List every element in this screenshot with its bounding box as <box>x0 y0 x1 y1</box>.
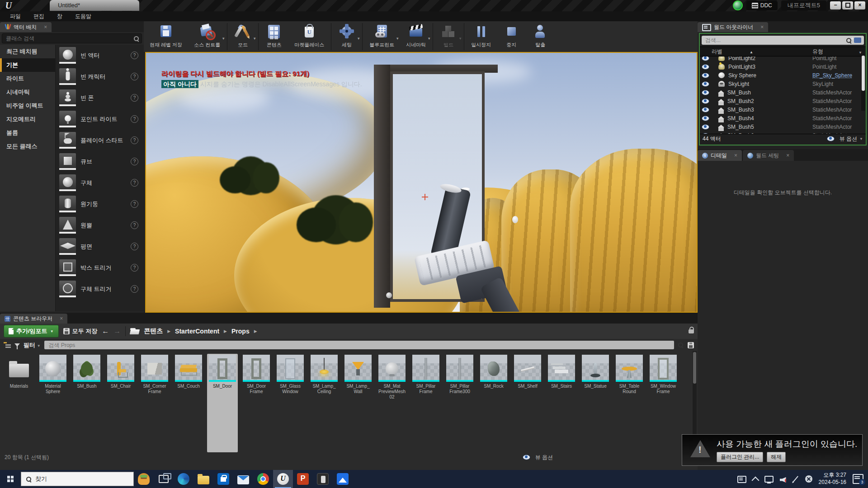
asset-tile[interactable]: SM_Statue <box>580 354 611 452</box>
menu-item-0[interactable]: 파일 <box>5 12 26 21</box>
asset-tile[interactable]: SM_Corner Frame <box>139 354 170 452</box>
help-icon[interactable]: ? <box>131 52 138 59</box>
outliner-row[interactable]: SM_Bush2StaticMeshActor <box>700 97 866 105</box>
placeable-actor-row[interactable]: 플레이어 스타트? <box>56 130 144 151</box>
visibility-eye-icon[interactable] <box>702 124 709 130</box>
taskbar-app-store[interactable] <box>213 470 233 488</box>
visibility-eye-icon[interactable] <box>702 116 709 121</box>
cb-view-options[interactable]: 뷰 옵션 <box>521 454 553 461</box>
help-icon[interactable]: ? <box>131 94 138 102</box>
settings-button[interactable]: ▼세팅 <box>332 21 361 52</box>
menu-item-3[interactable]: 도움말 <box>70 12 97 21</box>
tray-cross-circle-icon[interactable] <box>805 475 812 483</box>
visibility-eye-icon[interactable] <box>702 90 709 95</box>
content-button[interactable]: 콘텐츠 <box>259 21 288 52</box>
suppress-link[interactable]: 아직 아니다 <box>161 80 198 88</box>
restore-button[interactable] <box>842 1 853 9</box>
dropdown-arrow-icon[interactable]: ▼ <box>458 37 462 41</box>
actor-category-라이트[interactable]: 라이트 <box>0 72 55 85</box>
placeable-actor-row[interactable]: 구체? <box>56 172 144 193</box>
placeable-actor-row[interactable]: 큐브? <box>56 151 144 172</box>
help-icon[interactable]: ? <box>131 179 138 187</box>
dropdown-arrow-icon[interactable]: ▼ <box>357 37 360 41</box>
asset-tile[interactable]: SM_Mat PreviewMesh 02 <box>377 354 407 452</box>
breadcrumb-item-2[interactable]: Props <box>231 328 250 335</box>
dropdown-arrow-icon[interactable]: ▼ <box>253 37 256 41</box>
cinematics-button[interactable]: ▼시네마틱 <box>400 21 432 52</box>
help-icon[interactable]: ? <box>131 158 138 165</box>
outliner-row[interactable]: SM_Bush5StaticMeshActor <box>700 122 866 131</box>
breadcrumb-item-1[interactable]: StarterContent <box>175 328 219 335</box>
placeable-actor-row[interactable]: 포인트 라이트? <box>56 108 144 130</box>
tab-place-actors[interactable]: 액터 배치 × <box>0 22 52 32</box>
asset-tile[interactable]: SM_Glass Window <box>275 354 306 452</box>
outliner-actor-type[interactable]: BP_Sky_Sphere <box>812 72 866 79</box>
visibility-eye-icon[interactable] <box>702 99 709 104</box>
asset-tile[interactable]: SM_Shelf <box>512 354 543 452</box>
level-tab[interactable]: Untitled* <box>50 0 139 11</box>
lock-icon[interactable] <box>689 329 694 333</box>
build-button[interactable]: ▼빌드 <box>434 21 463 52</box>
outliner-row[interactable]: PointLight2PointLight <box>700 56 866 62</box>
class-search-input[interactable] <box>5 35 133 42</box>
taskbar-app-photos[interactable] <box>333 470 353 488</box>
close-button[interactable]: × <box>854 1 865 9</box>
actor-category-볼륨[interactable]: 볼륨 <box>0 126 55 140</box>
taskbar-app-edge[interactable] <box>174 470 193 488</box>
placeable-actor-row[interactable]: 빈 폰? <box>56 87 144 108</box>
tray-chevron-up-icon[interactable] <box>751 476 759 484</box>
visibility-eye-icon[interactable] <box>702 133 709 134</box>
filter-button[interactable]: 필터 ▼ <box>24 341 41 349</box>
eject-button[interactable]: 탈출 <box>526 21 555 52</box>
help-icon[interactable]: ? <box>131 221 138 229</box>
minimize-button[interactable]: − <box>830 1 841 9</box>
asset-tile[interactable]: SM_Lamp_ Ceiling <box>309 354 340 452</box>
menu-item-1[interactable]: 편집 <box>28 12 50 21</box>
taskbar-search[interactable]: 찾기 <box>21 472 134 486</box>
asset-tile[interactable]: SM_Bush <box>71 354 102 452</box>
dropdown-arrow-icon[interactable]: ▼ <box>427 37 431 41</box>
placeable-actor-row[interactable]: 평면? <box>56 236 144 257</box>
outliner-row[interactable]: Sky SphereBP_Sky_Sphere <box>700 71 866 80</box>
close-tab-icon[interactable]: × <box>734 152 737 159</box>
dropdown-arrow-icon[interactable]: ▼ <box>396 37 399 41</box>
close-tab-icon[interactable]: × <box>44 24 47 30</box>
help-icon[interactable]: ? <box>131 136 138 144</box>
tab-world-settings[interactable]: 월드 세팅 × <box>743 150 794 161</box>
tray-pen-icon[interactable] <box>793 476 798 482</box>
actor-category-기본[interactable]: 기본 <box>0 58 55 72</box>
taskbar-app-file-explorer[interactable] <box>193 470 213 488</box>
tab-world-outliner[interactable]: 월드 아웃라이너 × <box>698 22 768 32</box>
actor-category-비주얼 이펙트[interactable]: 비주얼 이펙트 <box>0 99 55 113</box>
tab-details[interactable]: i 디테일 × <box>698 150 742 161</box>
asset-tile[interactable]: Materials <box>4 354 34 452</box>
placeable-actor-row[interactable]: 원뿔? <box>56 215 144 236</box>
source-control-button[interactable]: ▼소스 컨트롤 <box>188 21 226 52</box>
visibility-eye-icon[interactable] <box>702 73 709 78</box>
help-icon[interactable]: ? <box>131 243 138 250</box>
tray-network-icon[interactable] <box>764 476 774 483</box>
actor-category-시네마틱[interactable]: 시네마틱 <box>0 85 55 99</box>
search-icon[interactable] <box>678 342 684 348</box>
placeable-actor-row[interactable]: 빈 캐릭터? <box>56 66 144 87</box>
forward-button[interactable]: → <box>113 327 121 335</box>
placeable-actor-row[interactable]: 구체 트리거? <box>56 278 144 300</box>
asset-tile[interactable]: SM_Door <box>207 354 238 452</box>
outliner-row[interactable]: SkyLightSkyLight <box>700 80 866 88</box>
modes-button[interactable]: ▼모드 <box>228 21 257 52</box>
asset-tile[interactable]: SM_Couch <box>173 354 204 452</box>
asset-search-input[interactable] <box>48 342 670 349</box>
outliner-row[interactable]: PointLight3PointLight <box>700 62 866 71</box>
save-search-icon[interactable] <box>688 342 694 348</box>
back-button[interactable]: ← <box>102 327 109 335</box>
start-button[interactable] <box>0 470 21 488</box>
asset-tile[interactable]: SM_Pillar Frame <box>410 354 441 452</box>
placeable-actor-row[interactable]: 빈 액터? <box>56 45 144 66</box>
help-icon[interactable]: ? <box>131 200 138 208</box>
column-label[interactable]: 라벨▲ <box>700 48 812 56</box>
asset-tile[interactable]: SM_Lamp_ Wall <box>343 354 373 452</box>
outliner-scrollbar[interactable] <box>861 55 865 111</box>
asset-tile[interactable]: SM_Stairs <box>546 354 577 452</box>
visibility-eye-icon[interactable] <box>702 64 709 70</box>
blueprints-button[interactable]: ▼블루프린트 <box>363 21 400 52</box>
